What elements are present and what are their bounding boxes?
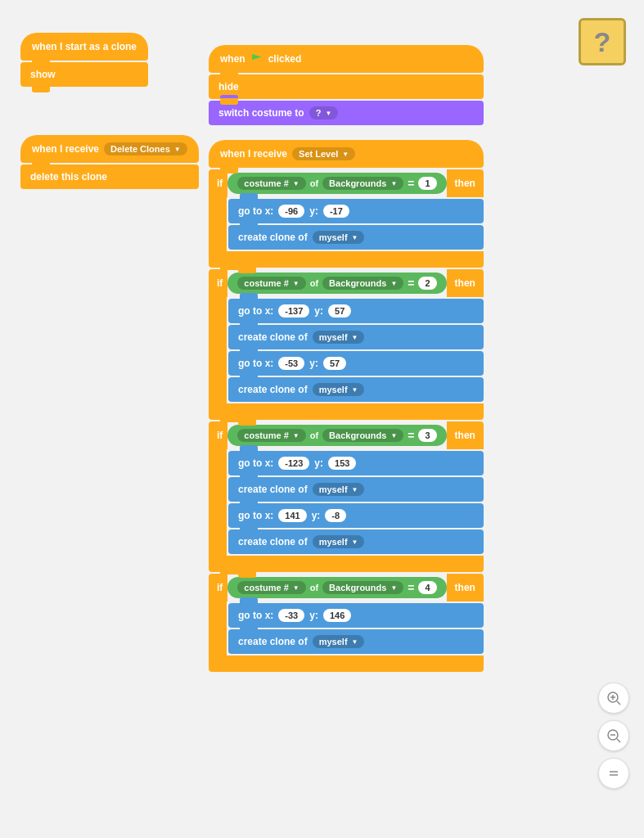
svg-line-6 bbox=[617, 739, 620, 742]
y-val-4: 146 bbox=[323, 609, 351, 622]
set-level-dropdown[interactable]: Set Level ▼ bbox=[292, 147, 355, 160]
costume-hash-dropdown-2[interactable]: costume # ▼ bbox=[237, 277, 305, 290]
zoom-controls bbox=[598, 683, 629, 789]
zoom-reset-button[interactable] bbox=[598, 758, 629, 789]
costume-hash-dropdown-4[interactable]: costume # ▼ bbox=[237, 581, 305, 594]
create-clone-2b: create clone of myself ▼ bbox=[228, 377, 484, 402]
create-clone-3a: create clone of myself ▼ bbox=[228, 477, 484, 502]
if-block-3: if costume # ▼ of Backgrounds ▼ = 3 bbox=[209, 421, 484, 572]
value-3: 3 bbox=[418, 429, 436, 442]
then-label-2: then bbox=[455, 277, 475, 289]
svg-line-3 bbox=[617, 701, 620, 705]
create-clone-4: create clone of myself ▼ bbox=[228, 629, 484, 654]
then-label-1: then bbox=[455, 178, 475, 189]
y-val-3a: 153 bbox=[328, 457, 356, 470]
create-clone-3b: create clone of myself ▼ bbox=[228, 529, 484, 554]
green-flag-hat: when clicked bbox=[209, 45, 484, 73]
create-clone-1: create clone of myself ▼ bbox=[228, 225, 484, 250]
switch-costume-label: switch costume to bbox=[218, 107, 304, 119]
question-mark-block[interactable]: ? bbox=[579, 18, 626, 65]
if-label-1: if bbox=[217, 178, 223, 189]
clone-group: when I start as a clone show bbox=[20, 33, 148, 87]
goto-label-4: go to x: bbox=[238, 610, 273, 621]
goto-label-3a: go to x: bbox=[238, 457, 273, 469]
myself-dropdown-3b[interactable]: myself ▼ bbox=[313, 535, 365, 548]
costume-dropdown-arrow: ▼ bbox=[325, 110, 331, 117]
x-val-1: -96 bbox=[278, 205, 304, 218]
myself-dropdown-3a[interactable]: myself ▼ bbox=[313, 483, 365, 496]
goto-block-1: go to x: -96 y: -17 bbox=[228, 199, 484, 223]
x-val-3b: 141 bbox=[278, 509, 306, 522]
delete-clone-label: delete this clone bbox=[30, 171, 107, 182]
if-label-2: if bbox=[217, 277, 223, 289]
when-receive-label: when I receive bbox=[32, 143, 99, 155]
dropdown-arrow-icon: ▼ bbox=[174, 146, 181, 153]
clicked-label: clicked bbox=[268, 53, 302, 65]
then-label-3: then bbox=[455, 430, 475, 441]
goto-label-2b: go to x: bbox=[238, 358, 273, 369]
create-clone-label-3a: create clone of bbox=[238, 484, 308, 495]
create-clone-label-2a: create clone of bbox=[238, 331, 308, 343]
myself-dropdown-4[interactable]: myself ▼ bbox=[313, 635, 365, 648]
then-label-4: then bbox=[455, 582, 475, 593]
create-clone-label-2b: create clone of bbox=[238, 384, 308, 395]
backgrounds-dropdown-1[interactable]: Backgrounds ▼ bbox=[322, 177, 403, 190]
if-block-2: if costume # ▼ of Backgrounds ▼ = 2 bbox=[209, 269, 484, 420]
when-receive-set-level-hat: when I receive Set Level ▼ bbox=[209, 140, 484, 168]
value-4: 4 bbox=[418, 581, 436, 594]
create-clone-label-3b: create clone of bbox=[238, 536, 308, 547]
y-val-3b: -8 bbox=[325, 509, 346, 522]
create-clone-label-1: create clone of bbox=[238, 232, 308, 243]
show-label: show bbox=[30, 69, 56, 80]
backgrounds-dropdown-3[interactable]: Backgrounds ▼ bbox=[322, 429, 403, 442]
costume-hash-dropdown-1[interactable]: costume # ▼ bbox=[237, 177, 305, 190]
backgrounds-dropdown-4[interactable]: Backgrounds ▼ bbox=[322, 581, 403, 594]
x-val-2a: -137 bbox=[278, 304, 309, 318]
x-val-4: -33 bbox=[278, 609, 304, 622]
green-flag-icon bbox=[252, 54, 262, 64]
switch-costume-block: switch costume to ? ▼ bbox=[209, 101, 484, 125]
if-block-1: if costume # ▼ of Backgrounds ▼ = 1 bbox=[209, 169, 484, 268]
costume-hash-dropdown-3[interactable]: costume # ▼ bbox=[237, 429, 305, 442]
delete-clones-dropdown[interactable]: Delete Clones ▼ bbox=[104, 142, 187, 155]
zoom-out-button[interactable] bbox=[598, 720, 629, 751]
receive-group: when I receive Delete Clones ▼ delete th… bbox=[20, 135, 199, 189]
value-1: 1 bbox=[418, 177, 436, 190]
when-start-clone-label: when I start as a clone bbox=[32, 41, 137, 52]
goto-block-3a: go to x: -123 y: 153 bbox=[228, 451, 484, 475]
goto-block-3b: go to x: 141 y: -8 bbox=[228, 503, 484, 528]
set-level-arrow: ▼ bbox=[342, 151, 349, 158]
costume-dropdown[interactable]: ? ▼ bbox=[309, 106, 339, 119]
y-val-1: -17 bbox=[323, 205, 349, 218]
goto-block-4: go to x: -33 y: 146 bbox=[228, 603, 484, 628]
goto-block-2b: go to x: -53 y: 57 bbox=[228, 351, 484, 376]
if-label-4: if bbox=[217, 582, 223, 593]
create-clone-label-4: create clone of bbox=[238, 636, 308, 647]
receive2-label: when I receive bbox=[220, 148, 287, 160]
backgrounds-dropdown-2[interactable]: Backgrounds ▼ bbox=[322, 277, 403, 290]
goto-label-2a: go to x: bbox=[238, 305, 273, 317]
if-block-4: if costume # ▼ of Backgrounds ▼ = 4 bbox=[209, 574, 484, 672]
myself-dropdown-2a[interactable]: myself ▼ bbox=[313, 331, 365, 344]
when-label: when bbox=[220, 53, 245, 65]
value-2: 2 bbox=[418, 277, 436, 290]
goto-label-1: go to x: bbox=[238, 205, 273, 217]
hide-block: hide bbox=[209, 74, 484, 99]
goto-block-2a: go to x: -137 y: 57 bbox=[228, 299, 484, 323]
hide-label: hide bbox=[218, 81, 239, 92]
goto-label-3b: go to x: bbox=[238, 510, 273, 521]
y-val-2b: 57 bbox=[323, 357, 346, 370]
myself-dropdown-2b[interactable]: myself ▼ bbox=[313, 383, 365, 396]
create-clone-2a: create clone of myself ▼ bbox=[228, 325, 484, 349]
x-val-2b: -53 bbox=[278, 357, 304, 370]
y-val-2a: 57 bbox=[328, 304, 351, 318]
zoom-in-button[interactable] bbox=[598, 683, 629, 714]
myself-dropdown-1[interactable]: myself ▼ bbox=[313, 231, 365, 244]
x-val-3a: -123 bbox=[278, 457, 309, 470]
if-label-3: if bbox=[217, 430, 223, 441]
main-group: when clicked hide switch costume to ? ▼ … bbox=[209, 45, 484, 672]
